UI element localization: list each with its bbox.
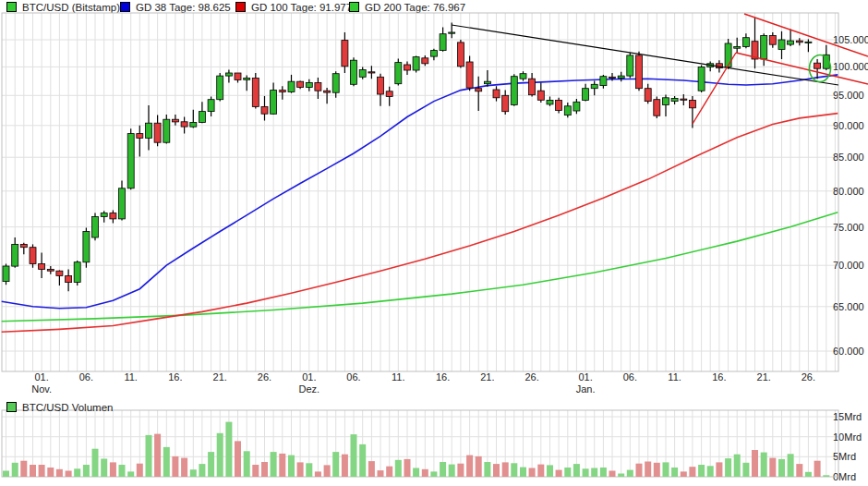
candle-body [351, 60, 357, 84]
candle-body [20, 244, 27, 247]
candle-body [271, 91, 277, 115]
candle-body [725, 43, 731, 67]
candle-body [814, 63, 821, 68]
candle-body [359, 69, 366, 77]
volume-bar [627, 470, 633, 477]
volume-bar [493, 464, 500, 477]
candle-body [556, 100, 562, 110]
volume-bar [288, 456, 295, 477]
y-axis-tick-label: 85.000 [833, 152, 864, 163]
volume-bar [537, 465, 544, 477]
volume-bar [591, 468, 597, 478]
volume-bar [413, 468, 419, 478]
candle-body [279, 91, 285, 92]
volume-bar [752, 450, 758, 477]
volume-bar [271, 452, 277, 477]
candle-body [671, 98, 678, 101]
volume-bar [573, 464, 580, 477]
candle-body [395, 63, 402, 84]
x-axis-tick-label: 11. [392, 371, 404, 383]
volume-bar [279, 454, 285, 477]
volume-bar [297, 462, 304, 477]
candle-body [422, 58, 428, 64]
y-axis-tick-label: 90.000 [833, 120, 864, 131]
candle-body [324, 91, 331, 92]
candle-body [537, 91, 544, 100]
candle-body [609, 77, 616, 78]
candle-body [172, 119, 178, 122]
candle-body [440, 34, 446, 51]
candle-body [466, 62, 473, 88]
x-axis-tick-label: 16. [712, 371, 726, 383]
volume-bar [20, 461, 27, 477]
volume-bar [324, 465, 331, 477]
candle-body [47, 270, 54, 272]
volume-bar [74, 468, 80, 477]
legend-item-volume: BTC/USD Volumen [6, 401, 113, 413]
candle-body [457, 43, 464, 67]
volume-bar [449, 465, 455, 477]
candle-body [493, 90, 500, 98]
candle-body [66, 276, 72, 283]
candle-body [627, 55, 633, 76]
y-axis-tick-label: 95.000 [833, 90, 864, 101]
volume-bar [430, 471, 437, 477]
volume-bar [332, 452, 339, 477]
volume-series-swatch-icon [6, 402, 17, 412]
candle-body [30, 248, 36, 264]
volume-bar [235, 441, 241, 477]
candle-body [368, 72, 375, 73]
candle-body [225, 73, 232, 76]
volume-bar [681, 471, 687, 477]
candle-body [332, 74, 339, 93]
candle-body [573, 102, 580, 111]
volume-bar [359, 444, 366, 477]
volume-bar [395, 460, 402, 477]
candle-body [663, 98, 669, 105]
volume-bar [378, 470, 384, 477]
volume-bar [261, 462, 268, 477]
y-axis-tick-label: 75.000 [833, 222, 864, 233]
x-axis-tick-label: 01. [578, 371, 592, 383]
x-axis-tick-label: 01. [34, 371, 48, 383]
x-axis-tick-label: 16. [168, 371, 182, 383]
volume-bar [466, 456, 473, 477]
volume-bar [119, 465, 126, 477]
candle-body [190, 123, 197, 128]
volume-bar [654, 463, 660, 477]
x-axis-tick-label: 26. [258, 371, 271, 383]
candle-body [529, 79, 536, 95]
candle-body [654, 100, 660, 116]
candle-body [110, 213, 116, 219]
volume-bar [127, 471, 134, 477]
volume-bar [645, 462, 651, 478]
y-axis-tick-label: 70.000 [833, 260, 864, 271]
volume-axis-tick-label: 15Mrd [833, 411, 862, 422]
candle-body [636, 55, 643, 89]
volume-bar [56, 469, 63, 477]
x-axis-tick-label: 21. [480, 371, 494, 383]
candle-body [244, 79, 250, 80]
candle-body [618, 76, 624, 79]
candle-body [502, 95, 509, 111]
candle-body [681, 99, 687, 100]
candle-body [805, 42, 812, 43]
x-axis-tick-label: 26. [802, 371, 815, 383]
volume-bar [564, 468, 571, 477]
candle-body [83, 232, 90, 262]
black-trendline [452, 25, 838, 85]
candle-body [199, 112, 205, 123]
volume-bar [511, 463, 517, 477]
volume-bar [154, 434, 161, 477]
price-volume-chart: 105.000100.00095.00090.00085.00080.00075… [0, 0, 868, 486]
candle-body [127, 134, 134, 188]
volume-axis-tick-label: 10Mrd [833, 431, 862, 443]
volume-bar [404, 459, 411, 477]
candle-body [698, 67, 705, 91]
candle-body [217, 76, 223, 100]
btc-usd-chart-widget: BTC/USD (Bitstamp) GD 38 Tage: 98.625 GD… [0, 0, 868, 486]
volume-bar [190, 469, 197, 477]
x-axis-tick-label: 11. [668, 371, 681, 383]
candle-body [742, 38, 749, 47]
candle-body [769, 35, 776, 44]
